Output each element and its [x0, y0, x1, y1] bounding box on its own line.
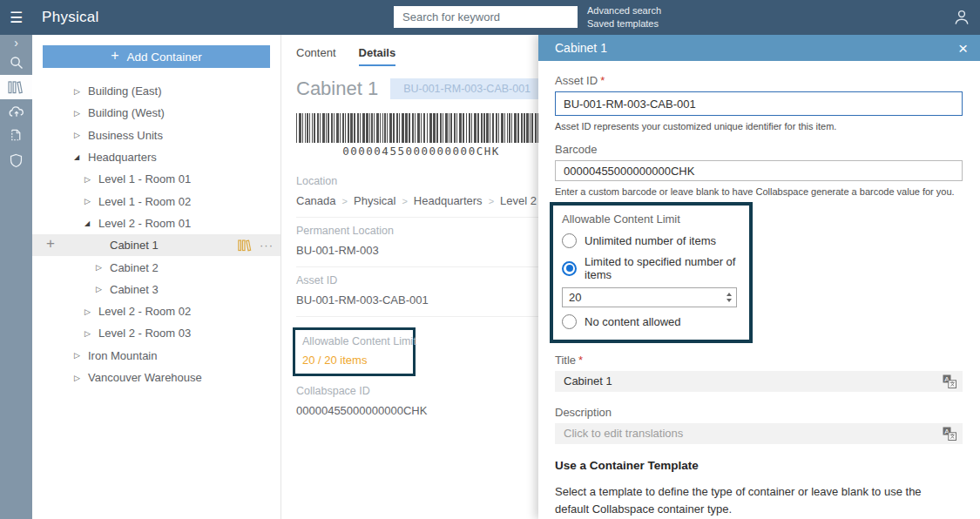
description-field[interactable]: Click to edit translations A — [555, 423, 963, 444]
radio-limited[interactable]: Limited to specified number of items — [562, 255, 740, 281]
expanded-triangle-icon[interactable]: ◢ — [74, 153, 88, 161]
tree-item-level2-room02[interactable]: ▷Level 2 - Room 02 — [32, 300, 280, 322]
spinner-down-icon[interactable] — [727, 299, 732, 302]
user-profile-icon[interactable] — [952, 8, 971, 27]
collapsed-triangle-icon[interactable]: ▷ — [84, 329, 98, 338]
breadcrumb-headquarters[interactable]: Headquarters — [395, 194, 482, 207]
location-tree-panel: + Add Container ▷Building (East) ▷Buildi… — [32, 35, 281, 519]
tree-item-headquarters[interactable]: ◢Headquarters — [32, 146, 280, 168]
asset-id-section: Asset ID BU-001-RM-003-CAB-001 — [296, 267, 551, 317]
location-section: Location CanadaPhysicalHeadquartersLevel… — [296, 168, 551, 218]
tree-item-building-east[interactable]: ▷Building (East) — [32, 80, 280, 102]
asset-id-help-text: Asset ID represents your customized uniq… — [555, 121, 963, 131]
location-label: Location — [296, 175, 551, 187]
tree-item-vancouver-warehouse[interactable]: ▷Vancouver Warehouse — [32, 367, 280, 388]
collapsed-triangle-icon[interactable]: ▷ — [74, 87, 88, 96]
collabspace-id-section: Collabspace ID 00000455000000000CHK — [296, 383, 551, 427]
radio-limited-icon[interactable] — [562, 261, 577, 276]
radio-no-content-icon[interactable] — [562, 314, 577, 329]
add-container-button[interactable]: + Add Container — [43, 45, 270, 68]
number-spinner[interactable] — [722, 288, 736, 307]
asset-id-input[interactable] — [555, 91, 963, 116]
tree-item-label: Business Units — [88, 129, 163, 142]
keyword-search — [394, 6, 578, 28]
collapsed-triangle-icon[interactable]: ▷ — [84, 197, 98, 206]
content-limit-group-label: Allowable Content Limit — [562, 212, 740, 226]
documents-icon[interactable] — [0, 124, 32, 148]
expanded-triangle-icon[interactable]: ◢ — [84, 219, 98, 227]
collapsed-triangle-icon[interactable]: ▷ — [74, 131, 88, 139]
tree-item-label: Cabinet 3 — [110, 283, 159, 296]
security-shield-icon[interactable] — [0, 148, 32, 172]
collapsed-triangle-icon[interactable]: ▷ — [84, 175, 98, 184]
hamburger-menu-icon[interactable]: ☰ — [0, 9, 32, 27]
collapsed-triangle-icon[interactable]: ▷ — [84, 307, 98, 316]
barcode-field-label: Barcode — [555, 143, 963, 156]
barcode-help-text: Enter a custom barcode or leave blank to… — [555, 186, 963, 197]
tree-item-iron-mountain[interactable]: ▷Iron Mountain — [32, 345, 280, 367]
allowable-limit-label: Allowable Content Limit — [302, 335, 406, 347]
app-window: ☰ Physical Advanced search Saved templat… — [0, 0, 980, 519]
collapsed-triangle-icon[interactable]: ▷ — [96, 285, 110, 293]
collapsed-triangle-icon[interactable]: ▷ — [74, 351, 88, 360]
tree-item-level2-room01[interactable]: ◢Level 2 - Room 01 — [32, 212, 280, 234]
tree-item-cabinet1-selected[interactable]: + Cabinet 1 ··· — [32, 234, 280, 256]
tab-details[interactable]: Details — [359, 46, 396, 66]
radio-unlimited[interactable]: Unlimited number of items — [562, 233, 740, 248]
tree-item-cabinet2[interactable]: ▷Cabinet 2 — [32, 256, 280, 278]
saved-templates-link[interactable]: Saved templates — [587, 17, 661, 30]
container-template-description: Select a template to define the type of … — [555, 483, 938, 517]
collapsed-triangle-icon[interactable]: ▷ — [74, 374, 88, 382]
tree-item-label: Cabinet 2 — [110, 261, 159, 274]
tree-item-level1-room02[interactable]: ▷Level 1 - Room 02 — [32, 190, 280, 212]
tree-item-business-units[interactable]: ▷Business Units — [32, 125, 280, 146]
row-add-icon[interactable]: + — [46, 235, 55, 253]
limit-number-value[interactable]: 20 — [563, 291, 722, 304]
page-title: Physical — [42, 9, 99, 26]
search-input[interactable] — [394, 6, 578, 28]
title-field-label: Title* — [555, 354, 963, 367]
tree-item-level1-room01[interactable]: ▷Level 1 - Room 01 — [32, 168, 280, 190]
radio-no-content-label: No content allowed — [585, 315, 681, 328]
top-bar: ☰ Physical Advanced search Saved templat… — [0, 0, 980, 35]
collapsed-triangle-icon[interactable]: ▷ — [96, 263, 110, 272]
barcode-text: 00000455000000000CHK — [296, 145, 546, 158]
spinner-up-icon[interactable] — [727, 293, 732, 296]
advanced-search-link[interactable]: Advanced search — [587, 4, 661, 17]
radio-unlimited-icon[interactable] — [562, 233, 577, 248]
collabspace-id-label: Collabspace ID — [296, 385, 551, 397]
tab-content[interactable]: Content — [296, 46, 336, 66]
limit-number-field[interactable]: 20 — [562, 287, 737, 307]
asset-id-value: BU-001-RM-003-CAB-001 — [296, 293, 551, 307]
translate-icon[interactable]: A — [943, 374, 956, 388]
physical-records-icon[interactable] — [0, 75, 32, 99]
cloud-upload-icon[interactable] — [0, 99, 32, 124]
expand-rail-chevron-icon[interactable]: › — [0, 35, 32, 51]
edit-container-panel: Cabinet 1 × Asset ID* Asset ID represent… — [538, 35, 980, 519]
tree-item-building-west[interactable]: ▷Building (West) — [32, 102, 280, 124]
breadcrumb-canada[interactable]: Canada — [296, 194, 336, 207]
tree-item-label: Level 1 - Room 01 — [98, 172, 191, 185]
close-icon[interactable]: × — [958, 40, 968, 57]
add-container-label: Add Container — [127, 51, 202, 64]
required-asterisk: * — [578, 354, 583, 367]
container-title: Cabinet 1 — [296, 78, 378, 100]
allowable-limit-value: 20 / 20 items — [302, 354, 406, 367]
required-asterisk: * — [600, 74, 605, 87]
translate-icon[interactable]: A — [943, 427, 956, 441]
collapsed-triangle-icon[interactable]: ▷ — [74, 109, 88, 118]
location-breadcrumb: CanadaPhysicalHeadquartersLevel 2 - Room… — [296, 194, 551, 207]
radio-unlimited-label: Unlimited number of items — [585, 234, 716, 247]
barcode-input[interactable] — [555, 160, 963, 181]
search-icon[interactable] — [0, 51, 32, 75]
asset-id-field-label: Asset ID* — [555, 74, 963, 87]
breadcrumb-physical[interactable]: Physical — [336, 194, 396, 207]
search-links: Advanced search Saved templates — [587, 4, 661, 30]
container-full-books-icon — [238, 239, 253, 252]
tree-item-level2-room03[interactable]: ▷Level 2 - Room 03 — [32, 322, 280, 344]
radio-no-content[interactable]: No content allowed — [562, 314, 740, 329]
title-field[interactable]: Cabinet 1 A — [555, 371, 963, 392]
description-placeholder: Click to edit translations — [564, 427, 683, 440]
row-actions-ellipsis-icon[interactable]: ··· — [260, 239, 274, 252]
tree-item-cabinet3[interactable]: ▷Cabinet 3 — [32, 279, 280, 300]
